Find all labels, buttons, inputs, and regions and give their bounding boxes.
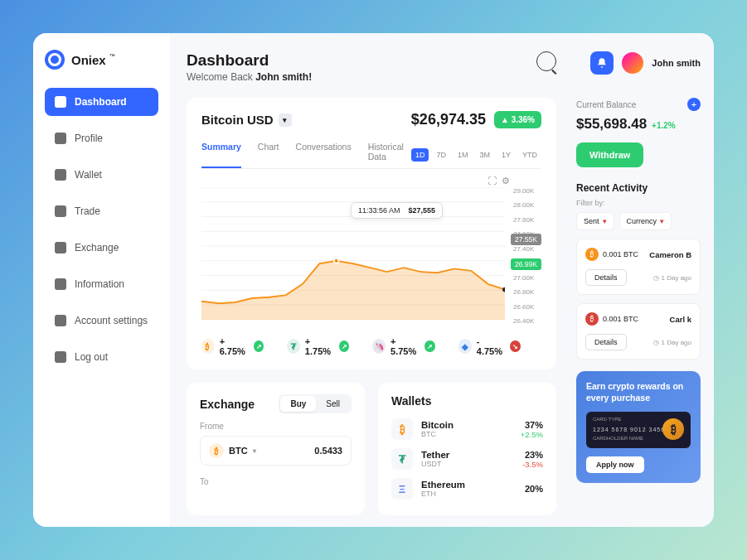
price-chart: ⛶ ⚙ 29.00K28.00K27.80K27.60K27.40K27.20K… xyxy=(201,176,541,325)
sidebar-item-trade[interactable]: Trade xyxy=(45,197,158,225)
wallets-list: ₿BitcoinBTC37%+2.5%₮TetherUSDT23%-3.5%ΞE… xyxy=(391,414,543,504)
add-balance-button[interactable]: + xyxy=(687,98,701,111)
price-tag-current: 26.99K xyxy=(511,258,541,270)
information-icon xyxy=(55,278,66,290)
ticker-btc[interactable]: ₿+ 6.75%↗ xyxy=(201,336,264,356)
wallet-eth[interactable]: ΞEthereumETH20% xyxy=(391,474,543,504)
range-1M[interactable]: 1M xyxy=(454,148,473,162)
activity-item: ₿0.001 BTCCarl kDetails◷1 Day ago xyxy=(576,303,701,360)
sidebar-item-exchange[interactable]: Exchange xyxy=(45,234,158,262)
exchange-title: Exchange xyxy=(200,398,255,411)
ticker-uni[interactable]: 🦄+ 5.75%↗ xyxy=(372,336,434,356)
range-7D[interactable]: 7D xyxy=(432,148,450,162)
activity-time: ◷1 Day ago xyxy=(653,339,691,346)
activity-list: ₿0.001 BTCCameron BDetails◷1 Day ago₿0.0… xyxy=(576,239,701,360)
withdraw-button[interactable]: Withdraw xyxy=(576,142,643,167)
search-icon[interactable] xyxy=(536,51,556,71)
wallets-card: Wallets ₿BitcoinBTC37%+2.5%₮TetherUSDT23… xyxy=(378,383,556,515)
app-shell: Oniex ™ DashboardProfileWalletTradeExcha… xyxy=(33,33,714,527)
btc-icon: ₿ xyxy=(391,418,413,440)
sell-toggle[interactable]: Sell xyxy=(316,396,350,412)
brand-tm: ™ xyxy=(109,53,115,59)
range-1Y[interactable]: 1Y xyxy=(497,148,515,162)
chart-tabs: SummaryChartConversationsHistorical Data xyxy=(201,142,411,168)
range-YTD[interactable]: YTD xyxy=(518,148,541,162)
details-button[interactable]: Details xyxy=(585,269,627,286)
balance-label: Current Balance xyxy=(576,100,636,109)
promo-card: Earn crypto rewards on every purchase CA… xyxy=(576,371,701,483)
sidebar-item-profile[interactable]: Profile xyxy=(45,124,158,152)
balance-change: +1.2% xyxy=(652,121,676,130)
chart-y-axis: 29.00K28.00K27.80K27.60K27.40K27.20K27.0… xyxy=(510,187,541,325)
range-group: 1D7D1M3M1YYTD xyxy=(411,148,541,162)
uni-icon: 🦄 xyxy=(372,339,386,354)
tab-chart[interactable]: Chart xyxy=(258,142,279,168)
bell-icon[interactable] xyxy=(590,51,614,75)
trend-down-icon: ↘ xyxy=(510,340,521,352)
asset-card: Bitcoin USD ▾ $26,974.35 ▲ 3.36% Summary… xyxy=(187,98,556,369)
buy-toggle[interactable]: Buy xyxy=(280,396,316,412)
logout-icon xyxy=(55,351,66,363)
gear-icon[interactable]: ⚙ xyxy=(502,176,510,186)
y-tick: 27.80K xyxy=(513,216,541,224)
from-field[interactable]: ₿ BTC ▾ 0.5433 xyxy=(200,436,352,466)
wallet-icon xyxy=(55,169,66,181)
wallet-usdt[interactable]: ₮TetherUSDT23%-3.5% xyxy=(391,444,543,474)
chevron-down-icon: ▾ xyxy=(279,113,292,127)
dashboard-icon xyxy=(55,96,66,108)
sidebar-item-account-settings[interactable]: Account settings xyxy=(45,307,158,335)
trend-up-icon: ↗ xyxy=(424,340,434,352)
filter-currency[interactable]: Currency▾ xyxy=(619,212,672,230)
sidebar-item-wallet[interactable]: Wallet xyxy=(45,161,158,189)
range-1D[interactable]: 1D xyxy=(411,148,429,162)
header: Dashboard Welcome Back John smith! xyxy=(187,51,556,83)
details-button[interactable]: Details xyxy=(585,334,627,350)
price-tag-tooltip: 27.55K xyxy=(511,234,541,245)
promo-text: Earn crypto rewards on every purchase xyxy=(586,381,691,403)
svg-point-10 xyxy=(334,258,339,263)
ticker-row: ₿+ 6.75%↗₮+ 1.75%↗🦄+ 5.75%↗◆- 4.75%↘ xyxy=(201,336,541,356)
y-tick: 26.40K xyxy=(513,317,541,325)
user-name: John smith xyxy=(652,58,701,68)
sidebar-item-log-out[interactable]: Log out xyxy=(45,343,158,371)
chevron-down-icon: ▾ xyxy=(253,447,256,455)
welcome-text: Welcome Back John smith! xyxy=(187,71,312,83)
btc-icon: ₿ xyxy=(201,339,215,354)
clock-icon: ◷ xyxy=(653,274,659,282)
ticker-xrp[interactable]: ◆- 4.75%↘ xyxy=(458,336,521,356)
settings-icon xyxy=(55,315,66,326)
ticker-usdt[interactable]: ₮+ 1.75%↗ xyxy=(287,336,349,356)
recent-activity-title: Recent Activity xyxy=(576,182,701,194)
coin-icon: ₿ xyxy=(585,312,599,326)
fullscreen-icon[interactable]: ⛶ xyxy=(487,176,497,186)
profile-icon xyxy=(55,133,66,144)
apply-button[interactable]: Apply now xyxy=(586,456,644,473)
clock-icon: ◷ xyxy=(653,339,659,346)
btc-icon: ₿ xyxy=(209,443,224,458)
trend-up-icon: ↗ xyxy=(339,340,349,352)
y-tick: 29.00K xyxy=(513,187,541,195)
tab-summary[interactable]: Summary xyxy=(201,142,241,168)
exchange-card: Exchange Buy Sell Frome ₿ BTC ▾ 0.5433 T… xyxy=(187,383,365,515)
asset-price: $26,974.35 xyxy=(411,111,486,128)
avatar[interactable] xyxy=(622,52,643,74)
sidebar-item-information[interactable]: Information xyxy=(45,270,158,298)
y-tick: 27.40K xyxy=(513,245,541,253)
buy-sell-toggle: Buy Sell xyxy=(279,394,352,413)
brand-logo: Oniex ™ xyxy=(45,50,158,70)
asset-selector[interactable]: Bitcoin USD ▾ xyxy=(201,113,292,127)
xrp-icon: ◆ xyxy=(458,339,472,354)
brand-name: Oniex xyxy=(71,53,106,67)
usdt-icon: ₮ xyxy=(391,448,413,470)
asset-change-badge: ▲ 3.36% xyxy=(494,111,541,128)
tab-conversations[interactable]: Conversations xyxy=(296,142,352,168)
range-3M[interactable]: 3M xyxy=(475,148,494,162)
filter-sent[interactable]: Sent▾ xyxy=(576,212,614,230)
tab-historical-data[interactable]: Historical Data xyxy=(368,142,411,168)
sidebar-item-dashboard[interactable]: Dashboard xyxy=(45,88,158,116)
page-title: Dashboard xyxy=(187,51,312,70)
brand-logo-icon xyxy=(45,50,65,70)
to-label: To xyxy=(200,477,352,486)
right-panel: John smith Current Balance + $55,698.48 … xyxy=(573,33,714,527)
wallet-btc[interactable]: ₿BitcoinBTC37%+2.5% xyxy=(391,414,543,444)
